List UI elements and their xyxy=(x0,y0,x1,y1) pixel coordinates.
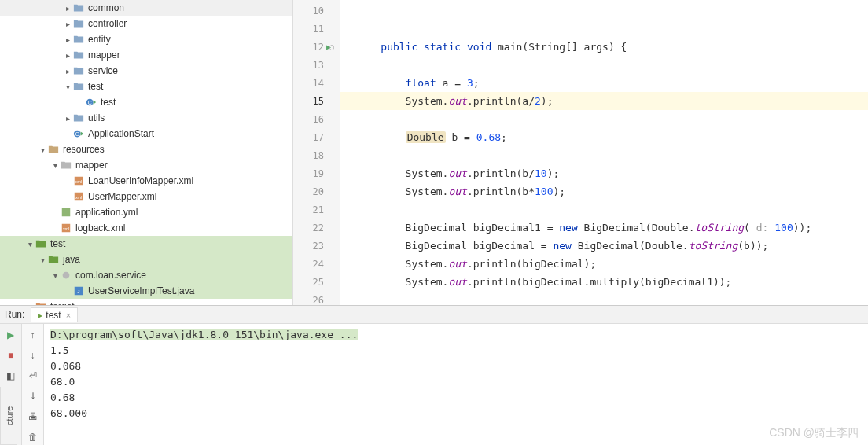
trash-button[interactable]: 🗑 xyxy=(25,429,41,445)
scroll-button[interactable]: ⤓ xyxy=(25,388,41,404)
code-line[interactable]: BigDecimal bigDecimal = new BigDecimal(D… xyxy=(340,237,868,255)
line-number[interactable]: 15 xyxy=(293,92,340,110)
line-number[interactable]: 26 xyxy=(293,291,340,309)
chevron-icon[interactable]: ▾ xyxy=(38,256,47,264)
code-line[interactable] xyxy=(340,146,868,164)
down-button[interactable]: ↓ xyxy=(25,348,41,363)
code-line[interactable]: public static void main(String[] args) { xyxy=(340,38,868,56)
console-line: 68.0 xyxy=(50,374,862,390)
tree-item-label: mapper xyxy=(88,50,120,61)
console-line: 0.068 xyxy=(50,359,862,374)
chevron-icon[interactable]: ▸ xyxy=(25,303,35,306)
tree-item[interactable]: Ctest xyxy=(0,94,292,110)
run-tab-name: test xyxy=(46,310,61,321)
tree-item[interactable]: xmlUserMapper.xml xyxy=(0,189,292,204)
tree-item[interactable]: ▾resources xyxy=(0,142,292,157)
camera-button[interactable]: ◧ xyxy=(3,368,19,384)
tree-item-label: test xyxy=(50,238,65,249)
stop-button[interactable]: ■ xyxy=(3,348,19,363)
tree-item[interactable]: ▾test xyxy=(0,79,292,94)
tree-item[interactable]: JUserServiceImplTest.java xyxy=(0,283,292,299)
chevron-icon[interactable]: ▸ xyxy=(63,67,72,75)
tree-item[interactable]: xmllogback.xml xyxy=(0,220,292,236)
chevron-icon[interactable]: ▾ xyxy=(38,145,47,154)
tree-item[interactable]: ▸target xyxy=(0,299,292,305)
tree-item[interactable]: ▾java xyxy=(0,252,292,267)
line-number[interactable]: 13 xyxy=(293,56,340,74)
line-number[interactable]: 20 xyxy=(293,182,340,200)
line-number[interactable]: 25 xyxy=(293,273,340,291)
chevron-icon[interactable]: ▾ xyxy=(50,161,60,170)
line-number[interactable]: 10 xyxy=(293,2,340,20)
code-line[interactable] xyxy=(340,2,868,20)
close-icon[interactable]: × xyxy=(66,311,71,320)
line-number[interactable]: 19 xyxy=(293,164,340,182)
tree-item[interactable]: ▾test xyxy=(0,236,292,252)
chevron-icon[interactable]: ▸ xyxy=(63,4,72,13)
rerun-button[interactable]: ▶ xyxy=(3,327,19,343)
line-number[interactable]: 24 xyxy=(293,255,340,273)
run-tab-icon: ▸ xyxy=(38,310,42,321)
chevron-icon[interactable]: ▸ xyxy=(63,35,72,44)
run-toolbar-right: ↑ ↓ ⏎ ⤓ 🖶 🗑 xyxy=(22,324,44,445)
wrap-button[interactable]: ⏎ xyxy=(25,368,41,384)
chevron-icon[interactable]: ▸ xyxy=(63,51,72,60)
tree-item[interactable]: ▸mapper xyxy=(0,47,292,63)
chevron-icon[interactable]: ▾ xyxy=(25,240,35,248)
code-line[interactable] xyxy=(340,291,868,309)
class-run-icon: C xyxy=(72,127,85,140)
code-line[interactable] xyxy=(340,56,868,74)
watermark: CSDN @骑士李四 xyxy=(769,426,859,440)
line-number[interactable]: 23 xyxy=(293,237,340,255)
tree-item[interactable]: application.yml xyxy=(0,204,292,220)
xml-icon: xml xyxy=(72,175,85,187)
chevron-icon[interactable]: ▾ xyxy=(63,83,72,91)
line-number[interactable]: 14 xyxy=(293,74,340,92)
code-line[interactable]: BigDecimal bigDecimal1 = new BigDecimal(… xyxy=(340,219,868,237)
folder-icon xyxy=(72,2,85,14)
chevron-icon[interactable]: ▸ xyxy=(63,114,72,123)
line-number[interactable]: 16 xyxy=(293,110,340,128)
folder-icon xyxy=(72,112,85,124)
project-tree[interactable]: ▸common▸controller▸entity▸mapper▸service… xyxy=(0,0,293,305)
tree-item[interactable]: ▸utils xyxy=(0,110,292,126)
code-content[interactable]: public static void main(String[] args) {… xyxy=(340,0,868,305)
code-line[interactable]: System.out.println(bigDecimal.multiply(b… xyxy=(340,273,868,291)
code-line[interactable]: Double b = 0.68; xyxy=(340,128,868,146)
console-output[interactable]: D:\program\soft\Java\jdk1.8.0_151\bin\ja… xyxy=(44,324,868,445)
line-number[interactable]: 17 xyxy=(293,128,340,146)
tree-item-label: test xyxy=(101,97,116,108)
tree-item[interactable]: ▸service xyxy=(0,63,292,79)
run-tab[interactable]: ▸ test × xyxy=(31,307,78,322)
code-line[interactable] xyxy=(340,20,868,38)
line-number[interactable]: 18 xyxy=(293,146,340,164)
code-line[interactable]: System.out.println(b/10); xyxy=(340,164,868,182)
code-line[interactable]: System.out.println(a/2); xyxy=(340,92,868,110)
line-number[interactable]: 22 xyxy=(293,219,340,237)
line-number[interactable]: 11 xyxy=(293,20,340,38)
code-line[interactable] xyxy=(340,200,868,219)
svg-text:xml: xml xyxy=(75,179,82,184)
tree-item[interactable]: ▸controller xyxy=(0,16,292,31)
editor-gutter: 101112▶◯1314151617181920212223242526 xyxy=(293,0,340,305)
yml-icon xyxy=(60,206,72,219)
tree-item-label: application.yml xyxy=(75,207,138,218)
code-editor[interactable]: 101112▶◯1314151617181920212223242526 pub… xyxy=(293,0,868,305)
chevron-icon[interactable]: ▸ xyxy=(63,20,72,28)
structure-sidebar-tab[interactable]: cture xyxy=(0,387,17,445)
code-line[interactable] xyxy=(340,110,868,128)
chevron-icon[interactable]: ▾ xyxy=(50,271,60,280)
tree-item[interactable]: ▸entity xyxy=(0,31,292,47)
code-line[interactable]: System.out.println(b*100); xyxy=(340,182,868,200)
code-line[interactable]: System.out.println(bigDecimal); xyxy=(340,255,868,273)
tree-item[interactable]: ▸common xyxy=(0,0,292,16)
print-button[interactable]: 🖶 xyxy=(25,409,41,425)
up-button[interactable]: ↑ xyxy=(25,327,41,343)
code-line[interactable]: float a = 3; xyxy=(340,74,868,92)
line-number[interactable]: 21 xyxy=(293,200,340,219)
tree-item[interactable]: ▾com.loan.service xyxy=(0,267,292,283)
tree-item[interactable]: ▾mapper xyxy=(0,157,292,173)
tree-item[interactable]: CApplicationStart xyxy=(0,126,292,142)
tree-item[interactable]: xmlLoanUserInfoMapper.xml xyxy=(0,173,292,189)
line-number[interactable]: 12▶◯ xyxy=(293,38,340,56)
